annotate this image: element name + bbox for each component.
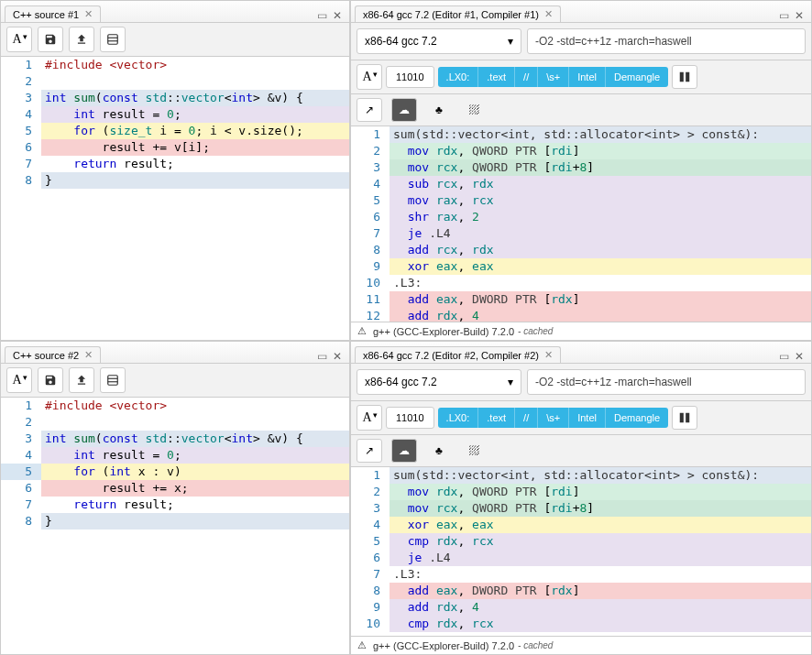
font-size-button[interactable]: A▾ [357,64,382,90]
code-line[interactable]: 1#include <vector> [1,398,349,414]
code-line[interactable]: 3 mov rcx, QWORD PTR [rdi+8] [351,159,811,176]
filter-demangle[interactable]: Demangle [606,408,668,428]
close-icon[interactable]: ✕ [84,8,93,20]
code-content[interactable]: sub rcx, rdx [390,176,811,192]
code-line[interactable]: 10 cmp rdx, rcx [351,616,811,632]
code-line[interactable]: 8} [1,513,349,529]
tab-source-2[interactable]: C++ source #2 ✕ [5,346,101,363]
close-icon[interactable]: ✕ [84,349,93,361]
save-button[interactable] [38,367,63,393]
code-content[interactable] [41,73,349,90]
code-content[interactable]: xor eax, eax [390,517,811,533]
code-content[interactable]: sum(std::vector<int, std::allocator<int>… [390,126,811,143]
code-line[interactable]: 4 int result = 0; [1,447,349,464]
code-line[interactable]: 9 xor eax, eax [351,258,811,275]
code-content[interactable]: int sum(const std::vector<int> &v) { [41,90,349,106]
code-content[interactable]: mov rcx, QWORD PTR [rdi+8] [390,159,811,176]
code-line[interactable]: 3 mov rcx, QWORD PTR [rdi+8] [351,500,811,517]
code-line[interactable]: 10.L3: [351,275,811,291]
code-content[interactable]: add eax, DWORD PTR [rdx] [390,583,811,599]
filter-s[interactable]: \s+ [538,67,569,87]
compiler-flags-input[interactable] [527,369,806,395]
code-content[interactable]: add rdx, 4 [390,308,811,322]
bug-icon[interactable]: ⛆ [461,98,487,122]
code-content[interactable]: result += v[i]; [41,139,349,156]
close-icon[interactable]: ✕ [544,349,553,361]
code-content[interactable]: cmp rdx, rcx [390,616,811,632]
filter-demangle[interactable]: Demangle [606,67,668,87]
code-line[interactable]: 6 shr rax, 2 [351,209,811,225]
code-content[interactable]: sum(std::vector<int, std::allocator<int>… [390,467,811,484]
filter-text[interactable]: .text [478,408,515,428]
code-line[interactable]: 5 for (int x : v) [1,464,349,480]
asm-editor-2[interactable]: 1sum(std::vector<int, std::allocator<int… [351,467,811,636]
code-line[interactable]: 2 mov rdx, QWORD PTR [rdi] [351,484,811,500]
tab-source-1[interactable]: C++ source #1 ✕ [5,5,101,22]
code-content[interactable]: int result = 0; [41,106,349,123]
load-button[interactable] [69,27,94,52]
filter-text[interactable]: .text [478,67,515,87]
code-content[interactable]: xor eax, eax [390,258,811,275]
diff-button[interactable] [672,406,697,430]
code-line[interactable]: 2 [1,414,349,431]
code-line[interactable]: 8} [1,172,349,189]
code-line[interactable]: 6 result += v[i]; [1,139,349,156]
code-line[interactable]: 4 int result = 0; [1,106,349,123]
close-icon[interactable]: ✕ [544,8,553,20]
close-panel-icon[interactable]: ✕ [333,350,342,363]
code-content[interactable]: } [41,513,349,529]
code-line[interactable]: 8 add eax, DWORD PTR [rdx] [351,583,811,599]
code-content[interactable]: je .L4 [390,225,811,242]
code-content[interactable]: int result = 0; [41,447,349,464]
code-line[interactable]: 6 result += x; [1,480,349,497]
save-button[interactable] [38,27,63,52]
code-line[interactable]: 1#include <vector> [1,57,349,73]
code-content[interactable]: mov rdx, QWORD PTR [rdi] [390,143,811,159]
tree-icon[interactable]: ♣ [426,98,452,122]
code-line[interactable]: 7 return result; [1,497,349,513]
code-line[interactable]: 5 cmp rdx, rcx [351,533,811,550]
code-content[interactable]: add eax, DWORD PTR [rdx] [390,291,811,308]
cloud-icon[interactable]: ☁ [391,439,417,463]
code-line[interactable]: 2 [1,73,349,90]
popout-icon[interactable]: ↗ [357,439,382,463]
code-content[interactable]: shr rax, 2 [390,209,811,225]
code-line[interactable]: 5 for (size_t i = 0; i < v.size(); [1,123,349,139]
filter-lx0[interactable]: .LX0: [438,67,479,87]
code-content[interactable]: return result; [41,497,349,513]
code-line[interactable]: 7 return result; [1,156,349,172]
compiler-flags-input[interactable] [527,28,806,54]
code-content[interactable]: mov rcx, QWORD PTR [rdi+8] [390,500,811,517]
code-content[interactable]: for (size_t i = 0; i < v.size(); [41,123,349,139]
binary-toggle[interactable]: 11010 [386,66,434,88]
tab-compiler-2[interactable]: x86-64 gcc 7.2 (Editor #2, Compiler #2) … [355,346,561,363]
filter-[interactable]: // [515,408,538,428]
code-line[interactable]: 3int sum(const std::vector<int> &v) { [1,90,349,106]
code-line[interactable]: 6 je .L4 [351,550,811,566]
diff-button[interactable] [672,65,697,89]
settings-button[interactable] [100,27,126,52]
bug-icon[interactable]: ⛆ [461,439,487,463]
font-size-button[interactable]: A▾ [6,367,32,393]
filter-lx0[interactable]: .LX0: [438,408,479,428]
source-editor-1[interactable]: 1#include <vector>23int sum(const std::v… [1,57,349,340]
code-line[interactable]: 4 sub rcx, rdx [351,176,811,192]
code-line[interactable]: 1sum(std::vector<int, std::allocator<int… [351,126,811,143]
font-size-button[interactable]: A▾ [357,405,382,431]
source-editor-2[interactable]: 1#include <vector>23int sum(const std::v… [1,398,349,654]
settings-button[interactable] [100,367,126,393]
code-line[interactable]: 5 mov rax, rcx [351,192,811,209]
code-content[interactable]: #include <vector> [41,57,349,73]
code-line[interactable]: 2 mov rdx, QWORD PTR [rdi] [351,143,811,159]
code-content[interactable]: .L3: [390,566,811,583]
code-content[interactable] [41,414,349,431]
code-content[interactable]: mov rax, rcx [390,192,811,209]
code-line[interactable]: 11 add eax, DWORD PTR [rdx] [351,291,811,308]
maximize-icon[interactable]: ▭ [317,9,327,22]
font-size-button[interactable]: A▾ [6,27,32,52]
code-line[interactable]: 7 je .L4 [351,225,811,242]
code-content[interactable]: add rdx, 4 [390,599,811,616]
code-line[interactable]: 4 xor eax, eax [351,517,811,533]
close-panel-icon[interactable]: ✕ [333,9,342,22]
code-content[interactable]: result += x; [41,480,349,497]
